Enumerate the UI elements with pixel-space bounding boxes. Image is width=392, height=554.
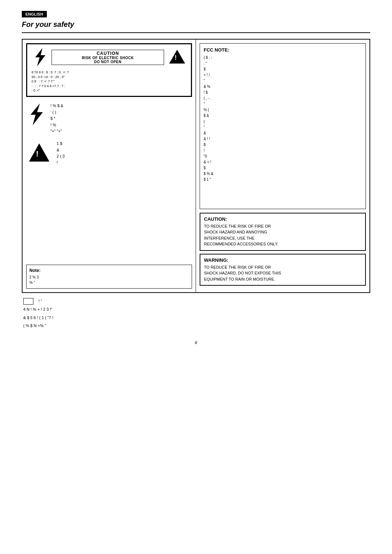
- exclamation-triangle-icon: [168, 48, 187, 66]
- caution-box-text: TO REDUCE THE RISK OF FIRE OR SHOCK HAZA…: [204, 223, 362, 247]
- fcc-text: ( $ , - . " $ + ! / " & % ! $ ( , - . " …: [204, 55, 362, 183]
- main-content-box: CAUTION RISK OF ELECTRIC SHOCK DO NOT OP…: [22, 39, 370, 293]
- fcc-title: FCC NOTE:: [204, 47, 362, 53]
- svg-marker-1: [30, 103, 43, 125]
- fcc-note-box: FCC NOTE: ( $ , - . " $ + ! / " & % ! $ …: [200, 43, 366, 209]
- note-title: Note:: [29, 268, 189, 273]
- caution-inner-top: CAUTION RISK OF ELECTRIC SHOCK DO NOT OP…: [32, 47, 187, 67]
- language-tab: ENGLISH: [22, 11, 47, 17]
- section1-text: ! % $ & ' ( ) $ * ! % "+" "+": [50, 103, 192, 135]
- bottom-text1: ! ": [38, 298, 42, 305]
- left-column: CAUTION RISK OF ELECTRIC SHOCK DO NOT OP…: [23, 40, 196, 292]
- caution-label-title: CAUTION: [55, 51, 161, 56]
- note-text: 2 % 3 % ": [29, 274, 189, 285]
- warning-box-title: WARNING:: [204, 257, 362, 263]
- lightning-bolt-icon: [32, 47, 48, 67]
- page-title: For your safety: [22, 20, 370, 33]
- caution-inner-box: CAUTION RISK OF ELECTRIC SHOCK DO NOT OP…: [26, 43, 192, 97]
- triangle-shape: [169, 50, 185, 64]
- section2: 1 $ & 2 ( 3 !: [26, 140, 192, 166]
- bottom-text-row3: & $ 5 6 ! ( 1 ( "7 !: [23, 314, 369, 321]
- warning-box-text: TO REDUCE THE RISK OF FIRE OR SHOCK HAZA…: [204, 264, 362, 282]
- section2-text: 1 $ & 2 ( 3 !: [57, 140, 192, 166]
- caution-label-line1: RISK OF ELECTRIC SHOCK: [55, 56, 161, 60]
- note-box: Note: 2 % 3 % ": [26, 265, 192, 289]
- section1-lightning-icon: [26, 103, 46, 127]
- caution-label-line2: DO NOT OPEN: [55, 60, 161, 64]
- section2-triangle-icon: [26, 142, 52, 164]
- bottom-text-row2: 4 N ! % + ! 2 3 !": [23, 306, 369, 313]
- caution-box-title: CAUTION:: [204, 216, 362, 222]
- triangle-shape-large: [29, 143, 49, 162]
- svg-marker-0: [35, 48, 45, 66]
- section1: ! % $ & ' ( ) $ * ! % "+" "+": [26, 103, 192, 135]
- bottom-text-row4: ( % $ N +% ": [23, 322, 369, 329]
- page-wrapper: ENGLISH For your safety CAUTION RISK OF …: [0, 0, 392, 356]
- caution-label-box: CAUTION RISK OF ELECTRIC SHOCK DO NOT OP…: [52, 50, 164, 65]
- caution-encoded-text: 8 70 9 0 : 8 : 5: 7 ; 0. :<: 7 50 ; 0 0 …: [32, 70, 187, 93]
- power-symbol-icon: [23, 298, 33, 305]
- bottom-line2: 4 N ! % + ! 2 3 !": [23, 307, 52, 311]
- warning-box: WARNING: TO REDUCE THE RISK OF FIRE OR S…: [200, 254, 366, 286]
- right-column: FCC NOTE: ( $ , - . " $ + ! / " & % ! $ …: [196, 40, 369, 292]
- bottom-section: ! " 4 N ! % + ! 2 3 !" & $ 5 6 ! ( 1 ( "…: [22, 298, 370, 329]
- caution-box: CAUTION: TO REDUCE THE RISK OF FIRE OR S…: [200, 213, 366, 251]
- bottom-line1: ! ": [23, 298, 369, 305]
- page-number: #: [22, 340, 370, 345]
- bottom-line3: & $ 5 6 ! ( 1 ( "7 !: [23, 315, 53, 320]
- bottom-line4: ( % $ N +% ": [23, 323, 46, 328]
